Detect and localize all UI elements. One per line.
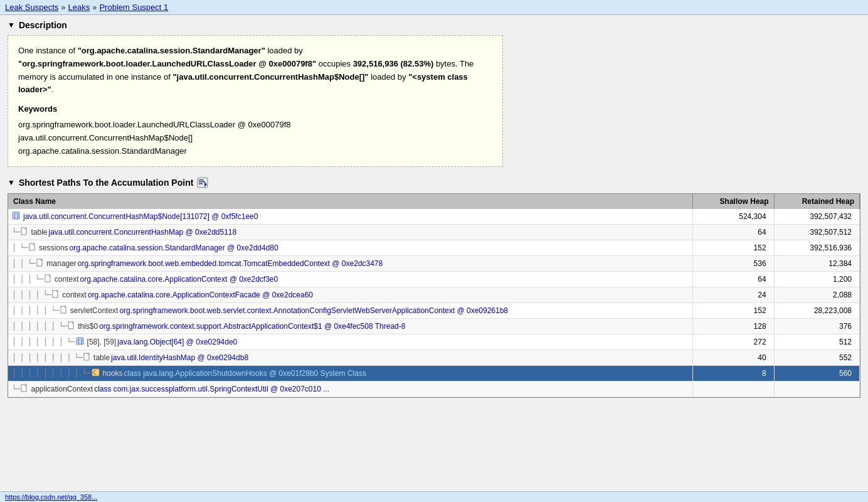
keywords-title: Keywords [18, 103, 492, 116]
table-row[interactable]: │ │ │ │ │ └─servletContext org.springfra… [8, 303, 860, 319]
paths-section: ▼ Shortest Paths To the Accumulation Poi… [8, 177, 860, 398]
tree-indent: │ └─ [12, 243, 28, 252]
object-link[interactable]: java.util.concurrent.ConcurrentHashMap @… [48, 228, 236, 237]
table-row[interactable]: []java.util.concurrent.ConcurrentHashMap… [8, 209, 860, 225]
tree-indent: │ │ │ │ │ │ │ │ └─ [12, 353, 82, 362]
svg-rect-1 [199, 179, 204, 181]
object-link[interactable]: class java.lang.ApplicationShutdownHooks… [124, 369, 366, 378]
table-row[interactable]: │ │ │ │ │ │ │ │ │ └─Chooks class java.la… [8, 366, 860, 382]
main-content: ▼ Description One instance of "org.apach… [0, 15, 868, 403]
retained-heap-cell: 392,507,432 [774, 209, 859, 225]
table-row[interactable]: │ └─sessions org.apache.catalina.session… [8, 240, 860, 256]
field-label: manager [46, 259, 76, 268]
object-link[interactable]: org.springframework.context.support.Abst… [99, 322, 405, 331]
description-section-header[interactable]: ▼ Description [8, 20, 860, 30]
breadcrumb-problem-suspect[interactable]: Problem Suspect 1 [99, 3, 168, 12]
class-name-cell: │ │ └─manager org.springframework.boot.w… [8, 256, 693, 272]
retained-heap-cell: 552 [774, 350, 859, 366]
class-name-cell: │ │ │ │ │ │ └─this$0 org.springframework… [8, 319, 693, 334]
breadcrumb-sep-2: » [92, 3, 97, 12]
shallow-heap-cell: 152 [693, 303, 774, 319]
object-link[interactable]: org.apache.catalina.core.ApplicationCont… [80, 275, 278, 284]
object-link[interactable]: java.util.concurrent.ConcurrentHashMap$N… [23, 212, 258, 221]
paths-table-container: Class Name Shallow Heap Retained Heap []… [8, 193, 860, 398]
class-name-cell: │ │ │ │ │ │ │ │ └─table java.util.Identi… [8, 350, 693, 366]
retained-heap-cell: 376 [774, 319, 859, 334]
row-icon [60, 306, 67, 316]
row-icon [52, 290, 59, 300]
shallow-heap-cell: 40 [693, 350, 774, 366]
tree-indent: │ │ │ │ │ │ │ │ │ └─ [12, 369, 90, 378]
paths-title: Shortest Paths To the Accumulation Point [19, 178, 193, 188]
description-title: Description [19, 20, 67, 30]
row-icon [21, 384, 28, 394]
field-label: this$0 [78, 322, 98, 331]
breadcrumb-leak-suspects[interactable]: Leak Suspects [5, 3, 58, 12]
svg-text:C: C [93, 370, 96, 376]
table-row[interactable]: └─table java.util.concurrent.ConcurrentH… [8, 225, 860, 240]
keyword-3: org.apache.catalina.session.StandardMana… [18, 145, 492, 158]
paths-section-header[interactable]: ▼ Shortest Paths To the Accumulation Poi… [8, 177, 860, 188]
field-label: context [55, 275, 79, 284]
class1-text: "org.apache.catalina.session.StandardMan… [78, 46, 265, 55]
retained-heap-cell: 512 [774, 334, 859, 350]
retained-heap-cell: 392,507,512 [774, 225, 859, 240]
field-label: [58], [59] [87, 338, 117, 346]
breadcrumb: Leak Suspects » Leaks » Problem Suspect … [0, 0, 868, 15]
row-icon [68, 321, 75, 331]
object-link[interactable]: org.springframework.boot.web.embedded.to… [78, 259, 383, 268]
row-icon: [] [76, 337, 84, 347]
shallow-heap-cell: 24 [693, 287, 774, 303]
class-name-cell: │ │ │ └─context org.apache.catalina.core… [8, 272, 693, 287]
object-link[interactable]: java.util.IdentityHashMap @ 0xe0294db8 [111, 353, 248, 362]
retained-heap-cell: 2,088 [774, 287, 859, 303]
svg-text:[]: [] [13, 213, 19, 219]
row-icon [29, 243, 36, 253]
table-row[interactable]: │ │ └─manager org.springframework.boot.w… [8, 256, 860, 272]
size-text: 392,516,936 (82.53%) [353, 59, 434, 68]
table-row[interactable]: │ │ │ │ │ │ └─this$0 org.springframework… [8, 319, 860, 334]
breadcrumb-sep-1: » [61, 3, 65, 12]
export-icon[interactable] [197, 177, 208, 188]
object-link[interactable]: org.apache.catalina.core.ApplicationCont… [88, 291, 313, 299]
description-toggle[interactable]: ▼ [8, 21, 15, 29]
table-row[interactable]: └─applicationContext class com.jax.succe… [8, 382, 860, 397]
row-icon [21, 227, 28, 237]
table-row[interactable]: │ │ │ │ │ │ │ └─[][58], [59] java.lang.O… [8, 334, 860, 350]
tree-indent: │ │ │ │ └─ [12, 291, 51, 299]
class-name-cell: │ └─sessions org.apache.catalina.session… [8, 240, 693, 256]
tree-indent: │ │ │ └─ [12, 275, 43, 284]
object-link[interactable]: org.springframework.boot.web.servlet.con… [119, 306, 508, 315]
retained-heap-cell: 1,200 [774, 272, 859, 287]
shallow-heap-cell: 8 [693, 366, 774, 382]
object-link[interactable]: java.lang.Object[64] @ 0xe0294de0 [117, 338, 237, 346]
field-label: table [93, 353, 110, 362]
row-icon: [] [12, 211, 20, 222]
keywords-section: Keywords org.springframework.boot.loader… [18, 103, 492, 158]
description-box: One instance of "org.apache.catalina.ses… [8, 35, 503, 167]
col-class-name: Class Name [8, 194, 693, 209]
object-link[interactable]: org.apache.catalina.session.StandardMana… [70, 243, 278, 252]
object-link[interactable]: class com.jax.successplatform.util.Sprin… [94, 385, 329, 393]
table-row[interactable]: │ │ │ └─context org.apache.catalina.core… [8, 272, 860, 287]
paths-table-body: []java.util.concurrent.ConcurrentHashMap… [8, 209, 860, 397]
shallow-heap-cell [693, 382, 774, 397]
keyword-2: java.util.concurrent.ConcurrentHashMap$N… [18, 132, 492, 145]
col-shallow-heap: Shallow Heap [693, 194, 774, 209]
svg-text:[]: [] [77, 339, 83, 344]
retained-heap-cell: 560 [774, 366, 859, 382]
breadcrumb-leaks[interactable]: Leaks [68, 3, 90, 12]
paths-toggle[interactable]: ▼ [8, 178, 15, 187]
class-name-cell: []java.util.concurrent.ConcurrentHashMap… [8, 209, 693, 225]
row-icon [45, 274, 51, 284]
tree-indent: │ │ │ │ │ └─ [12, 306, 59, 315]
shallow-heap-cell: 152 [693, 240, 774, 256]
shallow-heap-cell: 64 [693, 225, 774, 240]
keyword-1: org.springframework.boot.loader.Launched… [18, 119, 492, 132]
field-label: sessions [39, 243, 68, 252]
retained-heap-cell: 28,223,008 [774, 303, 859, 319]
class3-text: "java.util.concurrent.ConcurrentHashMap$… [172, 72, 368, 82]
table-row[interactable]: │ │ │ │ │ │ │ │ └─table java.util.Identi… [8, 350, 860, 366]
table-row[interactable]: │ │ │ │ └─context org.apache.catalina.co… [8, 287, 860, 303]
row-icon [83, 353, 90, 363]
